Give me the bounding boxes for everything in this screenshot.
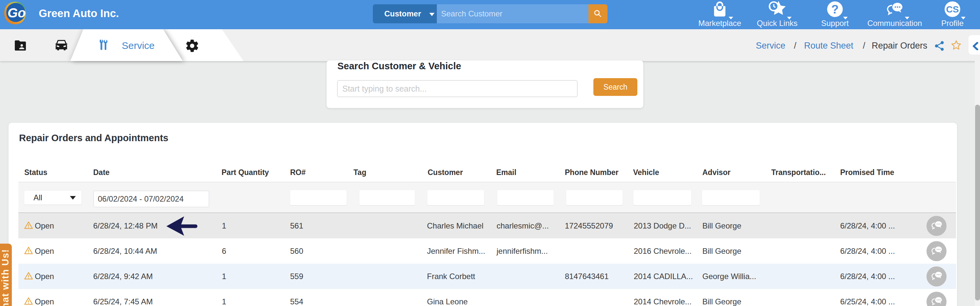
- svg-text:?: ?: [831, 3, 839, 16]
- svg-text:CS: CS: [946, 4, 959, 14]
- svg-text:Go: Go: [8, 6, 26, 20]
